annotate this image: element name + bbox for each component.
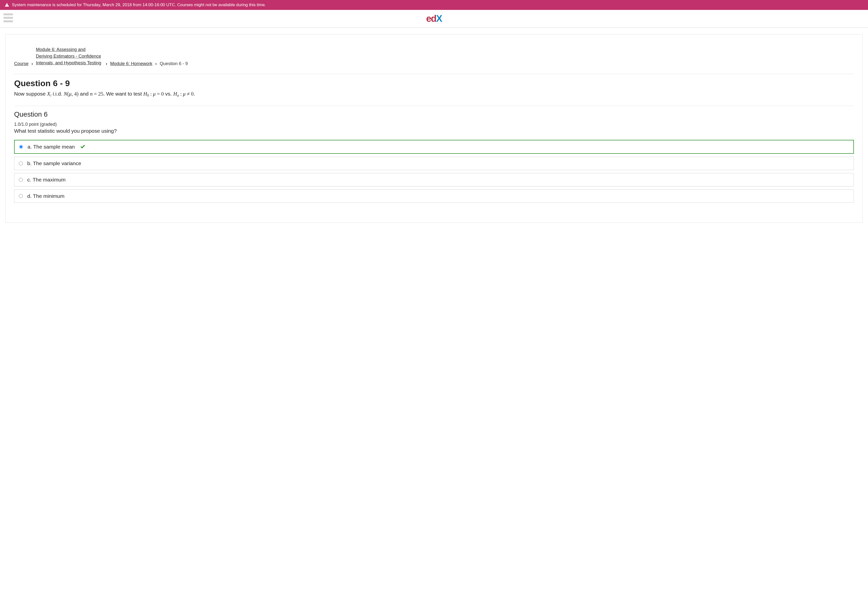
breadcrumb: Course › Module 6: Assessing and Derivin…: [14, 46, 854, 66]
banner-text: System maintenance is scheduled for Thur…: [12, 3, 266, 8]
intro-text: and: [80, 91, 90, 96]
maintenance-banner: System maintenance is scheduled for Thur…: [0, 0, 868, 10]
breadcrumb-current: Question 6 - 9: [160, 61, 188, 66]
choice-label: d. The minimum: [27, 193, 64, 199]
radio-a[interactable]: [19, 145, 23, 149]
math-xi: Xi: [47, 91, 51, 97]
question-prompt: What test statistic would you propose us…: [14, 128, 854, 134]
chevron-right-icon: ›: [105, 61, 108, 66]
radio-b[interactable]: [19, 161, 23, 165]
breadcrumb-course[interactable]: Course: [14, 61, 28, 66]
logo-e: e: [426, 13, 431, 24]
choice-a[interactable]: a. The sample mean: [14, 140, 854, 154]
check-icon: [80, 144, 85, 150]
chevron-right-icon: ›: [31, 61, 33, 66]
section-intro: Now suppose Xi i.i.d. N(μ, 4) and n = 25…: [14, 90, 854, 98]
intro-text: vs.: [165, 91, 173, 96]
radio-d[interactable]: [19, 194, 23, 198]
intro-text: Now suppose: [14, 91, 47, 96]
choice-d[interactable]: d. The minimum: [14, 189, 854, 203]
question-title: Question 6: [14, 110, 854, 118]
choice-b[interactable]: b. The sample variance: [14, 157, 854, 170]
choice-label: a. The sample mean: [28, 144, 75, 150]
math-n25: n = 25.: [90, 91, 105, 97]
grading-text: 1.0/1.0 point (graded): [14, 122, 854, 127]
math-normal: N(μ, 4): [64, 91, 79, 97]
choice-c[interactable]: c. The maximum: [14, 173, 854, 186]
breadcrumb-homework[interactable]: Module 6: Homework: [110, 61, 152, 66]
intro-text: i.i.d.: [53, 91, 64, 96]
intro-text: We want to test: [106, 91, 143, 96]
content-box: Course › Module 6: Assessing and Derivin…: [5, 34, 863, 223]
edx-logo[interactable]: edX: [426, 13, 442, 24]
logo-x: X: [436, 13, 442, 24]
breadcrumb-module[interactable]: Module 6: Assessing and Deriving Estimat…: [36, 46, 103, 66]
choice-list: a. The sample mean b. The sample varianc…: [14, 140, 854, 203]
warning-icon: [5, 3, 9, 8]
header: edX: [0, 10, 868, 28]
chevron-right-icon: ›: [155, 61, 157, 66]
logo-d: d: [431, 13, 436, 24]
intro-text: .: [194, 91, 195, 96]
math-ha: Ha : μ ≠ 0: [173, 91, 194, 97]
choice-label: c. The maximum: [27, 177, 66, 183]
divider: [14, 74, 854, 74]
section-title: Question 6 - 9: [14, 79, 854, 88]
math-h0: H0 : μ = 0: [143, 91, 164, 97]
menu-icon[interactable]: [3, 13, 13, 22]
radio-c[interactable]: [19, 178, 23, 182]
choice-label: b. The sample variance: [27, 160, 81, 166]
